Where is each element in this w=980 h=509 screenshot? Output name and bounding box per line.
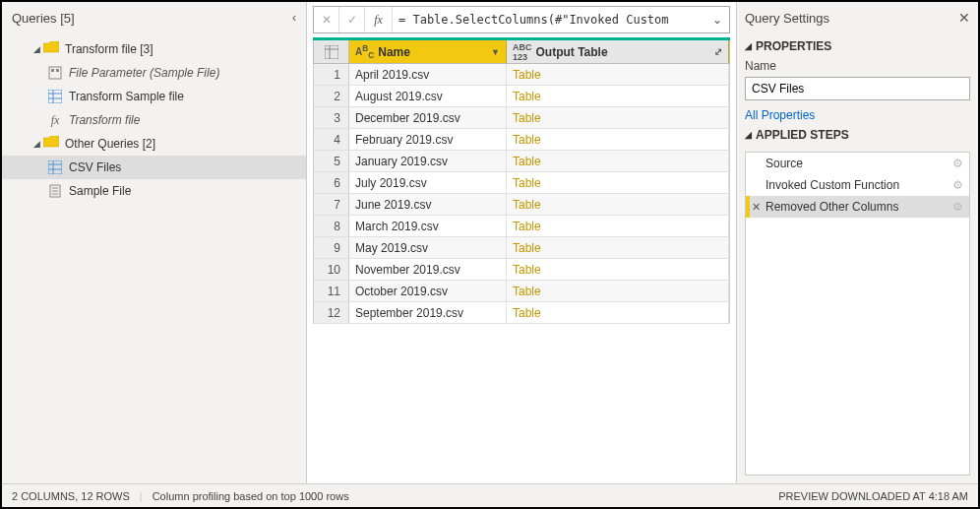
cell-output-table[interactable]: Table: [507, 172, 729, 193]
row-number: 2: [314, 86, 349, 106]
table-row[interactable]: 3December 2019.csvTable: [313, 107, 730, 129]
table-row[interactable]: 2August 2019.csvTable: [313, 86, 730, 107]
tree-item-transform-sample[interactable]: Transform Sample file: [2, 85, 306, 108]
cell-output-table[interactable]: Table: [507, 151, 729, 171]
gear-icon[interactable]: ⚙: [952, 157, 963, 170]
formula-input[interactable]: = Table.SelectColumns(#"Invoked Custom: [393, 13, 705, 27]
cell-name[interactable]: April 2019.csv: [349, 64, 507, 85]
properties-section: ◢ PROPERTIES Name All Properties: [745, 39, 970, 122]
type-text-icon: ABC: [355, 43, 374, 60]
step-source[interactable]: Source ⚙: [746, 153, 969, 174]
step-removed-other-columns[interactable]: ✕ Removed Other Columns ⚙: [746, 196, 969, 218]
collapse-pane-icon[interactable]: ‹: [292, 11, 296, 25]
queries-tree: ◢ Transform file [3] File Parameter (Sam…: [2, 33, 306, 207]
cell-output-table[interactable]: Table: [507, 194, 729, 215]
svg-rect-7: [48, 160, 62, 174]
svg-rect-0: [49, 67, 61, 79]
expand-icon[interactable]: ⤢: [714, 46, 722, 57]
group-label: Other Queries [2]: [65, 137, 155, 151]
table-row[interactable]: 8March 2019.csvTable: [313, 216, 730, 237]
gear-icon[interactable]: ⚙: [952, 200, 963, 214]
fx-icon[interactable]: fx: [365, 7, 393, 32]
applied-steps-heading[interactable]: ◢ APPLIED STEPS: [745, 128, 970, 142]
formula-dropdown-icon[interactable]: ⌄: [705, 13, 729, 27]
chevron-down-icon[interactable]: ◢: [30, 139, 43, 149]
gear-icon[interactable]: ⚙: [952, 178, 963, 192]
svg-rect-15: [325, 45, 338, 59]
cell-name[interactable]: September 2019.csv: [349, 302, 507, 323]
table-row[interactable]: 4February 2019.csvTable: [313, 129, 730, 151]
accept-formula-icon[interactable]: ✓: [339, 7, 365, 32]
column-header-name[interactable]: ABC Name ▼: [349, 40, 507, 63]
chevron-down-icon[interactable]: ▼: [491, 47, 500, 57]
select-all-icon[interactable]: [314, 40, 349, 63]
status-preview-time: PREVIEW DOWNLOADED AT 4:18 AM: [778, 490, 968, 502]
query-name-input[interactable]: [745, 77, 970, 100]
cell-name[interactable]: August 2019.csv: [349, 86, 507, 106]
row-number: 6: [314, 172, 349, 193]
row-number: 9: [314, 237, 349, 258]
cell-name[interactable]: December 2019.csv: [349, 107, 507, 128]
table-row[interactable]: 6July 2019.csvTable: [313, 172, 730, 194]
row-number: 8: [314, 216, 349, 236]
table-row[interactable]: 1April 2019.csvTable: [313, 64, 730, 86]
item-label: Sample File: [69, 184, 131, 198]
data-grid: ABC Name ▼ ABC123 Output Table ⤢ 1April …: [313, 37, 730, 324]
table-row[interactable]: 11October 2019.csvTable: [313, 281, 730, 302]
table-row[interactable]: 9May 2019.csvTable: [313, 237, 730, 259]
cell-name[interactable]: June 2019.csv: [349, 194, 507, 215]
all-properties-link[interactable]: All Properties: [745, 108, 815, 122]
item-label: File Parameter (Sample File): [69, 66, 219, 80]
row-number: 5: [314, 151, 349, 171]
cell-output-table[interactable]: Table: [507, 129, 729, 150]
table-row[interactable]: 7June 2019.csvTable: [313, 194, 730, 216]
folder-icon: [43, 136, 59, 152]
tree-item-transform-fn[interactable]: fx Transform file: [2, 108, 306, 132]
step-invoked-custom-function[interactable]: Invoked Custom Function ⚙: [746, 174, 969, 196]
cell-name[interactable]: January 2019.csv: [349, 151, 507, 171]
cell-name[interactable]: October 2019.csv: [349, 281, 507, 301]
table-row[interactable]: 12September 2019.csvTable: [313, 302, 730, 324]
cell-name[interactable]: July 2019.csv: [349, 172, 507, 193]
cell-output-table[interactable]: Table: [507, 64, 729, 85]
parameter-icon: [47, 65, 63, 81]
cell-output-table[interactable]: Table: [507, 216, 729, 236]
grid-header: ABC Name ▼ ABC123 Output Table ⤢: [313, 40, 730, 64]
cell-output-table[interactable]: Table: [507, 237, 729, 258]
cell-output-table[interactable]: Table: [507, 281, 729, 301]
cancel-formula-icon[interactable]: ✕: [314, 7, 339, 32]
cell-output-table[interactable]: Table: [507, 86, 729, 106]
col-label: Output Table: [536, 45, 608, 59]
cell-name[interactable]: February 2019.csv: [349, 129, 507, 150]
chevron-down-icon[interactable]: ◢: [30, 44, 43, 54]
row-number: 7: [314, 194, 349, 215]
tree-group-other[interactable]: ◢ Other Queries [2]: [2, 132, 306, 156]
cell-output-table[interactable]: Table: [507, 302, 729, 323]
delete-step-icon[interactable]: ✕: [752, 201, 761, 214]
properties-heading[interactable]: ◢ PROPERTIES: [745, 39, 970, 53]
item-label: Transform Sample file: [69, 90, 184, 103]
status-columns-rows: 2 COLUMNS, 12 ROWS: [12, 490, 130, 502]
tree-item-param[interactable]: File Parameter (Sample File): [2, 61, 306, 85]
cell-output-table[interactable]: Table: [507, 259, 729, 280]
cell-output-table[interactable]: Table: [507, 107, 729, 128]
table-row[interactable]: 10November 2019.csvTable: [313, 259, 730, 281]
function-icon: fx: [47, 112, 63, 128]
column-header-output[interactable]: ABC123 Output Table ⤢: [507, 40, 729, 63]
row-number: 10: [314, 259, 349, 280]
cell-name[interactable]: May 2019.csv: [349, 237, 507, 258]
col-label: Name: [378, 45, 410, 59]
tree-group-transform[interactable]: ◢ Transform file [3]: [2, 37, 306, 61]
table-row[interactable]: 5January 2019.csvTable: [313, 151, 730, 172]
row-number: 3: [314, 107, 349, 128]
step-label: Source: [766, 157, 803, 170]
name-label: Name: [745, 59, 970, 73]
tree-item-sample-file[interactable]: Sample File: [2, 179, 306, 203]
tree-item-csv-files[interactable]: CSV Files: [2, 156, 306, 179]
cell-name[interactable]: November 2019.csv: [349, 259, 507, 280]
cell-name[interactable]: March 2019.csv: [349, 216, 507, 236]
close-icon[interactable]: ✕: [958, 10, 970, 26]
table-icon: [47, 159, 63, 175]
query-settings-pane: Query Settings ✕ ◢ PROPERTIES Name All P…: [737, 2, 978, 483]
folder-icon: [43, 41, 59, 57]
